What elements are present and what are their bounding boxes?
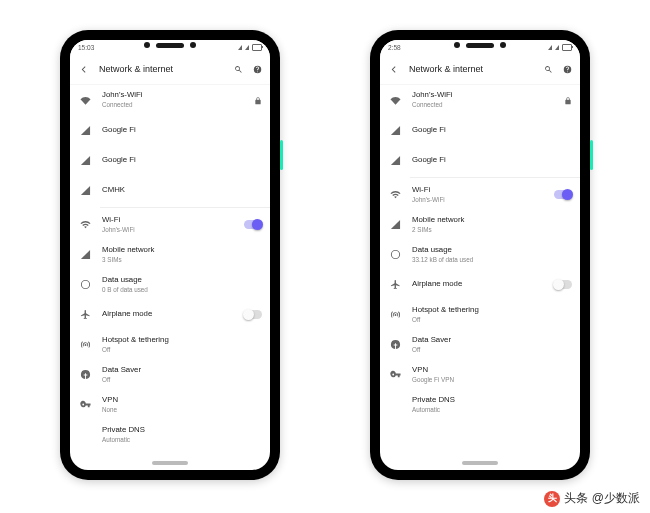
battery-icon (562, 44, 572, 51)
signal-icon (388, 125, 402, 136)
toggle-switch[interactable] (554, 280, 572, 289)
row-label: Airplane mode (102, 310, 234, 319)
row-sublabel: Automatic (102, 436, 234, 443)
row-text: Airplane mode (102, 310, 234, 319)
row-text: Private DNSAutomatic (102, 426, 234, 443)
settings-row[interactable]: Data usage33.12 kB of data used (380, 240, 580, 270)
settings-row[interactable]: CMHK (70, 175, 270, 205)
battery-icon (252, 44, 262, 51)
settings-row[interactable]: Google Fi (380, 115, 580, 145)
settings-row[interactable]: John's-WiFiConnected (70, 85, 270, 115)
watermark-badge: 头 (544, 491, 560, 507)
row-sublabel: Off (412, 316, 544, 323)
settings-row[interactable]: Google Fi (70, 145, 270, 175)
row-sublabel: Google Fi VPN (412, 376, 544, 383)
signal-icon (245, 45, 249, 50)
hotspot-icon (78, 339, 92, 350)
row-text: Mobile network3 SIMs (102, 246, 234, 263)
app-bar: Network & internet (380, 54, 580, 85)
nav-pill (462, 461, 498, 465)
settings-row[interactable]: Airplane mode (70, 300, 270, 330)
datasaver-icon (388, 339, 402, 350)
settings-list: John's-WiFiConnectedGoogle FiGoogle FiCM… (70, 85, 270, 456)
row-text: Data usage33.12 kB of data used (412, 246, 544, 263)
signal-icon (78, 249, 92, 260)
search-icon[interactable] (544, 65, 553, 74)
wifi-full-icon (388, 95, 402, 106)
row-label: Private DNS (412, 396, 544, 405)
phone-screen: 2:58Network & internetJohn's-WiFiConnect… (380, 40, 580, 470)
row-text: Hotspot & tetheringOff (102, 336, 234, 353)
row-label: Google Fi (102, 156, 234, 165)
signal-icon (78, 185, 92, 196)
toggle-switch[interactable] (244, 220, 262, 229)
settings-row[interactable]: Data SaverOff (70, 360, 270, 390)
row-label: Google Fi (102, 126, 234, 135)
settings-row[interactable]: Private DNSAutomatic (70, 420, 270, 450)
row-label: Google Fi (412, 126, 544, 135)
phone-screen: 15:03Network & internetJohn's-WiFiConnec… (70, 40, 270, 470)
airplane-icon (388, 279, 402, 290)
status-icons (548, 44, 572, 51)
row-label: Mobile network (412, 216, 544, 225)
row-label: Google Fi (412, 156, 544, 165)
watermark: 头 头条 @少数派 (544, 490, 640, 507)
settings-row[interactable]: Mobile network3 SIMs (70, 240, 270, 270)
toggle-switch[interactable] (554, 190, 572, 199)
settings-row[interactable]: Google Fi (380, 145, 580, 175)
settings-row[interactable]: Mobile network2 SIMs (380, 210, 580, 240)
row-sublabel: Connected (412, 101, 544, 108)
row-label: Wi-Fi (412, 186, 544, 195)
signal-icon (555, 45, 559, 50)
page-title: Network & internet (99, 64, 224, 74)
row-label: Mobile network (102, 246, 234, 255)
signal-icon (78, 155, 92, 166)
settings-row[interactable]: John's-WiFiConnected (380, 85, 580, 115)
signal-icon (548, 45, 552, 50)
hotspot-icon (388, 309, 402, 320)
help-icon[interactable] (563, 65, 572, 74)
data-icon (78, 279, 92, 290)
settings-row[interactable]: Airplane mode (380, 270, 580, 300)
row-label: Data Saver (412, 336, 544, 345)
back-icon[interactable] (78, 64, 89, 75)
row-text: Wi-FiJohn's-WiFi (102, 216, 234, 233)
row-sublabel: Off (102, 376, 234, 383)
settings-row[interactable]: Private DNSAutomatic (380, 390, 580, 420)
row-label: Wi-Fi (102, 216, 234, 225)
row-text: Data SaverOff (412, 336, 544, 353)
row-text: Hotspot & tetheringOff (412, 306, 544, 323)
settings-row[interactable]: Hotspot & tetheringOff (380, 300, 580, 330)
vpn-icon (388, 369, 402, 380)
row-label: John's-WiFi (412, 91, 544, 100)
row-label: Data usage (102, 276, 234, 285)
help-icon[interactable] (253, 65, 262, 74)
settings-row[interactable]: Google Fi (70, 115, 270, 145)
settings-row[interactable]: Wi-FiJohn's-WiFi (70, 210, 270, 240)
divider (100, 207, 270, 208)
settings-row[interactable]: Wi-FiJohn's-WiFi (380, 180, 580, 210)
signal-icon (388, 219, 402, 230)
settings-row[interactable]: Data usage0 B of data used (70, 270, 270, 300)
settings-row[interactable]: Data SaverOff (380, 330, 580, 360)
row-text: Wi-FiJohn's-WiFi (412, 186, 544, 203)
gesture-nav-bar[interactable] (380, 456, 580, 470)
row-text: John's-WiFiConnected (102, 91, 234, 108)
airplane-icon (78, 309, 92, 320)
settings-row[interactable]: VPNNone (70, 390, 270, 420)
settings-row[interactable]: VPNGoogle Fi VPN (380, 360, 580, 390)
watermark-text: 头条 @少数派 (564, 490, 640, 507)
row-sublabel: 3 SIMs (102, 256, 234, 263)
toggle-switch[interactable] (244, 310, 262, 319)
row-sublabel: Off (102, 346, 234, 353)
row-text: Airplane mode (412, 280, 544, 289)
row-label: John's-WiFi (102, 91, 234, 100)
search-icon[interactable] (234, 65, 243, 74)
signal-icon (78, 125, 92, 136)
gesture-nav-bar[interactable] (70, 456, 270, 470)
wifi-icon (78, 219, 92, 230)
row-sublabel: 0 B of data used (102, 286, 234, 293)
row-text: VPNGoogle Fi VPN (412, 366, 544, 383)
back-icon[interactable] (388, 64, 399, 75)
settings-row[interactable]: Hotspot & tetheringOff (70, 330, 270, 360)
